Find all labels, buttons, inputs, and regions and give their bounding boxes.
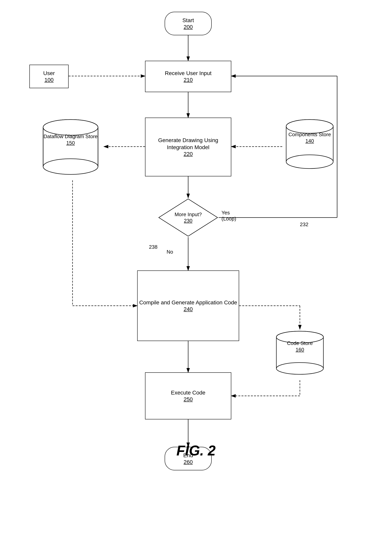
no-label: No xyxy=(167,249,173,255)
user-node: User 100 xyxy=(29,65,69,88)
components-store-node: Components Store 140 xyxy=(282,117,337,176)
yes-label: Yes (Loop) xyxy=(222,210,236,222)
more-input-node: More Input? 230 xyxy=(158,198,219,237)
svg-point-30 xyxy=(286,155,333,169)
execute-node: Execute Code 250 xyxy=(145,372,231,419)
no-id-label: 238 xyxy=(149,244,157,250)
start-node: Start 200 xyxy=(165,12,212,35)
dataflow-store-node: Dataflow Diagram Store 150 xyxy=(39,117,102,180)
code-store-node: Code Store 160 xyxy=(272,329,327,380)
generate-drawing-node: Generate Drawing Using Integration Model… xyxy=(145,117,231,176)
svg-point-37 xyxy=(276,363,323,374)
figure-label: FIG. 2 xyxy=(0,442,392,459)
receive-input-node: Receive User Input 210 xyxy=(145,61,231,92)
compile-node: Compile and Generate Application Code 24… xyxy=(137,270,239,341)
svg-point-25 xyxy=(43,120,98,135)
svg-point-24 xyxy=(43,159,98,175)
flowchart-diagram: Start 200 User 100 Receive User Input 21… xyxy=(0,0,392,490)
loop-id-label: 232 xyxy=(300,221,308,228)
